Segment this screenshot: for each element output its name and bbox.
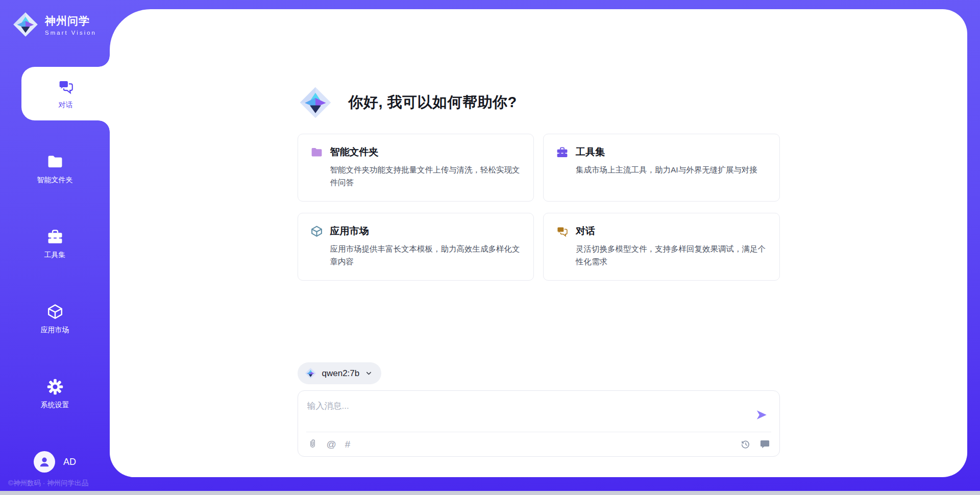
- sidebar-item-label: 应用市场: [41, 326, 69, 335]
- sidebar-item-label: 对话: [59, 101, 73, 110]
- briefcase-icon: [556, 146, 569, 159]
- history-button[interactable]: [740, 439, 751, 450]
- folder-icon: [46, 153, 64, 170]
- sidebar-nav: 对话 智能文件夹 工具集 应用市场: [0, 67, 110, 442]
- page-title: 你好, 我可以如何帮助你?: [349, 92, 517, 113]
- app-logo-icon: [299, 86, 332, 119]
- sidebar-item-label: 系统设置: [41, 401, 69, 410]
- user-initials: AD: [63, 457, 76, 467]
- app-subtitle: Smart Vision: [45, 30, 96, 36]
- diamond-logo-icon: [12, 11, 39, 38]
- card-title: 应用市场: [330, 225, 369, 238]
- tab-curve-bottom: [99, 120, 110, 132]
- toolbox-icon: [46, 228, 64, 245]
- card-chat[interactable]: 对话 灵活切换多模型文件，支持多样回复效果调试，满足个性化需求: [543, 213, 780, 281]
- folder-icon: [310, 146, 323, 159]
- card-title: 智能文件夹: [330, 145, 379, 159]
- tab-curve-top: [99, 56, 110, 67]
- card-description: 集成市场上主流工具，助力AI与外界无缝扩展与对接: [576, 163, 767, 176]
- comment-icon: [760, 439, 770, 450]
- user-section: AD: [0, 451, 110, 473]
- topic-button[interactable]: #: [345, 439, 351, 449]
- gear-icon: [46, 378, 64, 395]
- paperclip-icon: [307, 439, 318, 450]
- greeting-block: 你好, 我可以如何帮助你?: [298, 86, 780, 119]
- user-icon: [38, 455, 51, 468]
- sidebar-item-chat[interactable]: 对话: [21, 67, 110, 120]
- chat-icon: [57, 78, 75, 95]
- model-logo-icon: [305, 367, 316, 379]
- user-avatar[interactable]: [34, 451, 55, 473]
- sidebar: 神州问学 Smart Vision 对话 智能文件夹: [0, 0, 110, 495]
- card-description: 灵活切换多模型文件，支持多样回复效果调试，满足个性化需求: [576, 242, 767, 268]
- app-name: 神州问学: [45, 14, 96, 28]
- horizontal-scrollbar[interactable]: [0, 491, 980, 495]
- card-title: 工具集: [576, 145, 605, 159]
- cube-icon: [46, 303, 64, 320]
- message-input[interactable]: [307, 399, 753, 429]
- card-title: 对话: [576, 225, 595, 238]
- send-icon: [755, 408, 768, 422]
- message-input-card: @ #: [298, 390, 780, 457]
- send-button[interactable]: [753, 406, 770, 424]
- hash-icon: #: [345, 439, 351, 449]
- sidebar-item-label: 工具集: [44, 251, 66, 260]
- at-icon: @: [327, 439, 336, 449]
- sidebar-item-label: 智能文件夹: [37, 176, 73, 185]
- card-app-market[interactable]: 应用市场 应用市场提供丰富长文本模板，助力高效生成多样化文章内容: [298, 213, 534, 281]
- chat-welcome-area: 你好, 我可以如何帮助你? 智能文件夹 智能文件夹功能支持批量文件上传与清洗，轻…: [298, 9, 780, 457]
- composer: qwen2:7b: [298, 362, 780, 457]
- sidebar-item-toolset[interactable]: 工具集: [0, 217, 110, 270]
- chevron-down-icon: [365, 369, 373, 377]
- main-panel: 你好, 我可以如何帮助你? 智能文件夹 智能文件夹功能支持批量文件上传与清洗，轻…: [110, 9, 967, 477]
- copyright-text: ©神州数码 · 神州问学出品: [8, 479, 88, 488]
- grid-cube-icon: [310, 225, 323, 238]
- history-icon: [740, 439, 751, 450]
- app-logo: 神州问学 Smart Vision: [12, 11, 96, 38]
- comment-button[interactable]: [760, 439, 770, 450]
- card-description: 智能文件夹功能支持批量文件上传与清洗，轻松实现文件问答: [330, 163, 522, 189]
- model-name: qwen2:7b: [322, 368, 360, 379]
- model-selector[interactable]: qwen2:7b: [298, 362, 382, 384]
- attach-button[interactable]: [307, 439, 318, 450]
- sidebar-item-app-market[interactable]: 应用市场: [0, 292, 110, 345]
- mention-button[interactable]: @: [327, 439, 336, 449]
- card-smart-folder[interactable]: 智能文件夹 智能文件夹功能支持批量文件上传与清洗，轻松实现文件问答: [298, 134, 534, 202]
- card-description: 应用市场提供丰富长文本模板，助力高效生成多样化文章内容: [330, 242, 522, 268]
- card-toolset[interactable]: 工具集 集成市场上主流工具，助力AI与外界无缝扩展与对接: [543, 134, 780, 202]
- sidebar-item-settings[interactable]: 系统设置: [0, 367, 110, 420]
- sidebar-item-smart-folder[interactable]: 智能文件夹: [0, 142, 110, 195]
- chat-icon: [556, 225, 569, 238]
- feature-cards: 智能文件夹 智能文件夹功能支持批量文件上传与清洗，轻松实现文件问答 工具集 集成…: [298, 134, 780, 281]
